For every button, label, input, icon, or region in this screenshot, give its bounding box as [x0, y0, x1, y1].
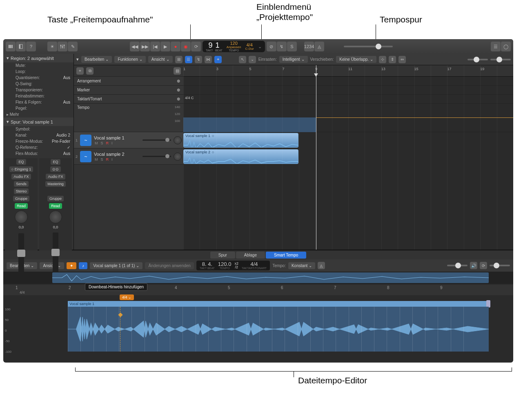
arrangement-track-header[interactable]: Arrangement⊕ [74, 77, 183, 86]
view-button[interactable]: ☀ [47, 42, 57, 51]
tempo-track-header[interactable]: Tempo 140 120 100 [74, 104, 183, 132]
free-tempo-record-button[interactable]: ◉ [181, 42, 191, 51]
arrange-area[interactable]: 13579111315171921 4/4 C Vocal sample 1○ [183, 65, 513, 250]
inspector-row[interactable]: Loop: [3, 69, 73, 75]
pan-knob[interactable] [15, 210, 28, 223]
region-bar[interactable]: Vocal sample 1 [68, 301, 489, 307]
toggle-button[interactable]: ☰ [185, 56, 192, 63]
editor-ruler[interactable]: 4/4 123456789 [3, 285, 513, 295]
tab-spur[interactable]: Spur [210, 252, 235, 259]
inspector-row[interactable]: Freeze-Modus:Pre-Fader [3, 138, 73, 144]
inspector-row[interactable]: Pegel: [3, 105, 73, 111]
help-button[interactable]: ? [26, 42, 36, 51]
inspector-row[interactable]: Flex-Modus:Aus [3, 150, 73, 157]
file-selector[interactable]: Vocal sample 1 (1 of 1) ⌄ [90, 262, 142, 269]
track-volume-slider[interactable] [142, 156, 171, 157]
playhead[interactable] [316, 65, 316, 250]
waveform-area[interactable] [68, 307, 489, 352]
audiofx-slot[interactable]: Audio FX [46, 174, 65, 179]
signature-track-header[interactable]: Taktart/Tonart⊕ [74, 95, 183, 104]
edit-menu[interactable]: Bearbeiten ⌄ [81, 56, 112, 63]
master-volume-slider[interactable] [344, 46, 393, 47]
track-i-button[interactable]: I [111, 157, 114, 161]
track-m-button[interactable]: M [94, 141, 99, 145]
inspector-row[interactable]: Symbol: [3, 126, 73, 132]
library-button[interactable] [6, 42, 16, 51]
goto-start-button[interactable]: |◀ [150, 42, 160, 51]
inspector-row[interactable]: Feinabstimmen: [3, 93, 73, 99]
half-button[interactable]: /2 [235, 265, 238, 269]
mastering-slot[interactable]: Mastering [45, 181, 66, 187]
drag-menu[interactable]: Keine Überlapp. ⌄ [336, 56, 376, 63]
group-slot[interactable]: Gruppe [47, 196, 64, 201]
cycle-icon[interactable]: ⟳ [480, 262, 487, 269]
tool-menu[interactable]: ⌄ [249, 56, 256, 63]
track-volume-slider[interactable] [142, 139, 171, 141]
mixer-button[interactable] [58, 42, 67, 51]
waveform-zoom[interactable]: ⊹ [379, 56, 386, 63]
record-button[interactable]: ● [171, 42, 180, 51]
smart-button[interactable]: ✦ [214, 56, 222, 63]
inspector-button[interactable] [16, 42, 26, 51]
track-header[interactable]: 1~ Vocal sample 1MSRI [74, 132, 183, 148]
track-pan-knob[interactable] [174, 136, 182, 144]
inspector-row[interactable]: Q-Referenz:✓ [3, 144, 73, 150]
track-r-button[interactable]: R [105, 157, 110, 161]
automation-button[interactable]: ↯ [195, 56, 202, 63]
edit-button[interactable]: ✎ [68, 42, 78, 51]
inspector-row[interactable]: Kanal:Audio 2 [3, 132, 73, 138]
track-m-button[interactable]: M [94, 157, 99, 161]
audio-region-2[interactable]: Vocal sample 2○ [183, 149, 298, 164]
autopunch-button[interactable]: ↯ [277, 42, 287, 51]
track-pan-knob[interactable] [174, 153, 182, 161]
hzoom-slider[interactable] [490, 59, 511, 60]
vzoom-button[interactable]: ⇕ [389, 56, 396, 63]
hzoom-slider-e[interactable] [490, 265, 510, 266]
pointer-tool[interactable]: ↖ [239, 56, 246, 63]
sends-slot[interactable]: Sends [14, 181, 29, 187]
tab-smart-tempo[interactable]: Smart Tempo [266, 252, 306, 259]
track-s-button[interactable]: S [100, 157, 104, 161]
metronome-icon[interactable]: ◬ [318, 262, 325, 269]
add-track-button[interactable]: + [76, 67, 84, 75]
view-menu[interactable]: Ansicht ⌄ [148, 56, 173, 63]
marker-track-header[interactable]: Marker⊕ [74, 86, 183, 95]
track-i-button[interactable]: I [111, 141, 114, 145]
automation-mode[interactable]: Read [15, 203, 28, 209]
countin-button[interactable]: 1234 [304, 42, 314, 51]
track-s-button[interactable]: S [100, 141, 104, 145]
downbeat-marker[interactable] [120, 307, 120, 352]
view-menu-e[interactable]: Ansicht ⌄ [40, 262, 64, 269]
tab-ablage[interactable]: Ablage [236, 252, 265, 259]
more-disclosure[interactable]: ▸ Mehr [3, 111, 73, 117]
automation-mode[interactable]: Read [49, 203, 62, 209]
speaker-icon[interactable]: 🔊 [470, 262, 477, 269]
track-inspector-header[interactable]: ▾Spur: Vocal sample 1 [3, 117, 73, 126]
input-slot[interactable]: ○ Eingang 1 [9, 166, 33, 172]
loops-button[interactable]: ◯ [501, 42, 511, 51]
output-slot[interactable]: Stereo [14, 188, 29, 194]
analyze-button[interactable]: ✦ [67, 262, 76, 269]
snap-menu[interactable]: Intelligent ⌄ [279, 56, 308, 63]
listview-button[interactable]: ☰ [491, 42, 501, 51]
overview-lane[interactable] [3, 272, 513, 284]
project-tempo-menu[interactable]: 120AnpassenTEMPO [227, 41, 241, 52]
flex-button[interactable]: ⋈ [205, 56, 212, 63]
track-header[interactable]: 2~ Vocal sample 2MSRI [74, 148, 183, 165]
pan-knob[interactable] [49, 210, 62, 223]
duplicate-track-button[interactable]: ⧉ [86, 67, 93, 75]
play-button[interactable]: ▶ [160, 42, 170, 51]
inspector-row[interactable]: Mute: [3, 62, 73, 69]
inspector-row[interactable]: Quantisieren:Aus [3, 75, 73, 81]
inspector-row[interactable]: Q-Swing: [3, 81, 73, 87]
tempo-mode-menu[interactable]: Konstant ⌄ [288, 262, 315, 269]
stereo-icon[interactable]: ⊙⊙ [50, 166, 61, 172]
inspector-row[interactable]: Flex & Folgen:Aus [3, 99, 73, 105]
group-slot[interactable]: Gruppe [13, 196, 29, 201]
timesig-badge[interactable]: 4/4 ⌄ [120, 294, 134, 300]
eq-button[interactable]: EQ [16, 159, 26, 165]
audiofx-slot[interactable]: Audio FX [11, 174, 31, 179]
hzoom-button[interactable]: ⇔ [398, 56, 406, 63]
functions-menu[interactable]: Funktionen ⌄ [114, 56, 145, 63]
lcd-display[interactable]: 9 1 TAKT BEAT 120AnpassenTEMPO 4/4C-Dur … [203, 41, 265, 52]
